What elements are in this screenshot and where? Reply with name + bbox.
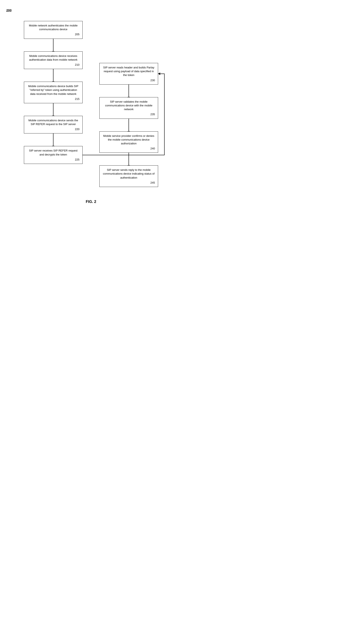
box-215: Mobile communications device builds SIP … xyxy=(24,82,82,103)
box-240-text: Mobile service provider confirms or deni… xyxy=(103,134,154,145)
box-225-text: SIP server receives SIP REFER request an… xyxy=(29,149,77,156)
box-230: SIP server reads header and builds Parla… xyxy=(100,63,158,85)
box-215-number: 215 xyxy=(27,97,80,101)
arrow-230-235 xyxy=(128,85,129,97)
box-205-number: 205 xyxy=(27,33,80,36)
box-230-number: 230 xyxy=(102,79,155,82)
arrow-205-210 xyxy=(53,39,54,51)
box-225: SIP server receives SIP REFER request an… xyxy=(24,146,82,164)
right-column: SIP server reads header and builds Parla… xyxy=(100,21,158,187)
box-210-text: Mobile communications device receives au… xyxy=(29,54,78,61)
box-235-number: 235 xyxy=(102,113,155,116)
box-235: SIP server validates the mobile communic… xyxy=(100,97,158,119)
box-205-text: Mobile network authenticates the mobile … xyxy=(29,24,78,31)
box-225-number: 225 xyxy=(27,158,80,162)
box-215-text: Mobile communications device builds SIP … xyxy=(28,85,78,95)
left-column: Mobile network authenticates the mobile … xyxy=(24,21,82,187)
box-220-text: Mobile communications device sends the S… xyxy=(28,119,78,126)
box-210: Mobile communications device receives au… xyxy=(24,51,82,69)
arrow-220-225 xyxy=(53,133,54,146)
arrow-240-245 xyxy=(128,153,129,165)
diagram-label: 200 xyxy=(6,9,12,12)
arrow-235-240 xyxy=(128,119,129,131)
box-235-text: SIP server validates the mobile communic… xyxy=(105,100,152,111)
box-245-number: 245 xyxy=(102,181,155,185)
box-230-text: SIP server reads header and builds Parla… xyxy=(103,66,154,77)
box-240-number: 240 xyxy=(102,147,155,150)
box-220-number: 220 xyxy=(27,127,80,131)
box-220: Mobile communications device sends the S… xyxy=(24,116,82,134)
box-245-text: SIP server sends reply to the mobile com… xyxy=(103,168,154,179)
fig-label: FIG. 2 xyxy=(4,200,178,204)
box-240: Mobile service provider confirms or deni… xyxy=(100,131,158,153)
arrow-210-215 xyxy=(53,69,54,82)
arrow-215-220 xyxy=(53,103,54,116)
box-210-number: 210 xyxy=(27,63,80,67)
box-205: Mobile network authenticates the mobile … xyxy=(24,21,82,39)
box-245: SIP server sends reply to the mobile com… xyxy=(100,165,158,187)
